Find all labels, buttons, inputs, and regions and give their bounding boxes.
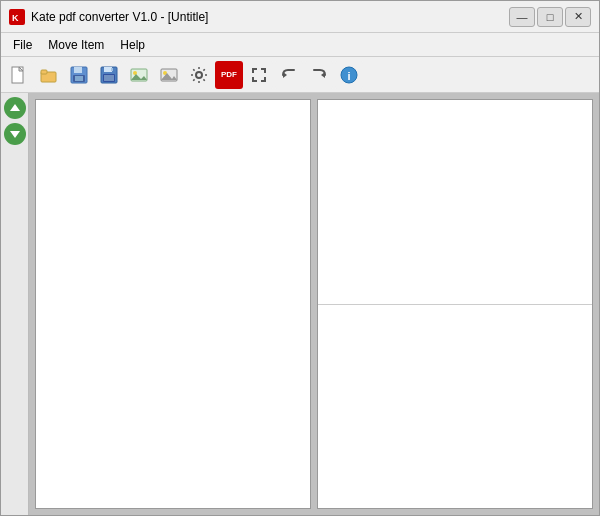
fit-button[interactable]: [245, 61, 273, 89]
window-title: Kate pdf converter V1.0 - [Untitle]: [31, 10, 208, 24]
svg-text:K: K: [12, 13, 19, 23]
down-arrow-button[interactable]: [4, 123, 26, 145]
redo-button[interactable]: [305, 61, 333, 89]
close-button[interactable]: ✕: [565, 7, 591, 27]
undo-button[interactable]: [275, 61, 303, 89]
svg-rect-13: [104, 75, 114, 81]
svg-rect-7: [74, 67, 82, 73]
menu-bar: File Move Item Help: [1, 33, 599, 57]
right-page-bottom: [318, 305, 592, 509]
maximize-button[interactable]: □: [537, 7, 563, 27]
svg-marker-23: [321, 72, 325, 78]
panels-area: [29, 93, 599, 515]
left-page: [36, 100, 310, 508]
toolbar: PDF i: [1, 57, 599, 93]
svg-rect-14: [111, 68, 113, 71]
svg-marker-27: [10, 131, 20, 138]
save-button[interactable]: [95, 61, 123, 89]
minimize-button[interactable]: —: [509, 7, 535, 27]
svg-text:i: i: [348, 69, 351, 81]
svg-rect-11: [104, 67, 112, 72]
right-page-top: [318, 100, 592, 305]
right-panel: [317, 99, 593, 509]
svg-rect-5: [41, 70, 47, 74]
sidebar: [1, 93, 29, 515]
svg-marker-26: [10, 104, 20, 111]
title-bar: K Kate pdf converter V1.0 - [Untitle] — …: [1, 1, 599, 33]
app-icon: K: [9, 9, 25, 25]
info-button[interactable]: i: [335, 61, 363, 89]
svg-marker-22: [283, 72, 287, 78]
menu-help[interactable]: Help: [112, 36, 153, 54]
settings-button[interactable]: [185, 61, 213, 89]
pdf-button[interactable]: PDF: [215, 61, 243, 89]
image2-button[interactable]: [155, 61, 183, 89]
menu-move-item[interactable]: Move Item: [40, 36, 112, 54]
menu-file[interactable]: File: [5, 36, 40, 54]
svg-rect-9: [75, 76, 83, 81]
left-panel: [35, 99, 311, 509]
pdf-label: PDF: [221, 70, 237, 79]
new-button[interactable]: [5, 61, 33, 89]
up-arrow-button[interactable]: [4, 97, 26, 119]
image-button[interactable]: [125, 61, 153, 89]
open-button[interactable]: [35, 61, 63, 89]
svg-point-21: [196, 72, 202, 78]
save-small-button[interactable]: [65, 61, 93, 89]
main-area: [1, 93, 599, 515]
